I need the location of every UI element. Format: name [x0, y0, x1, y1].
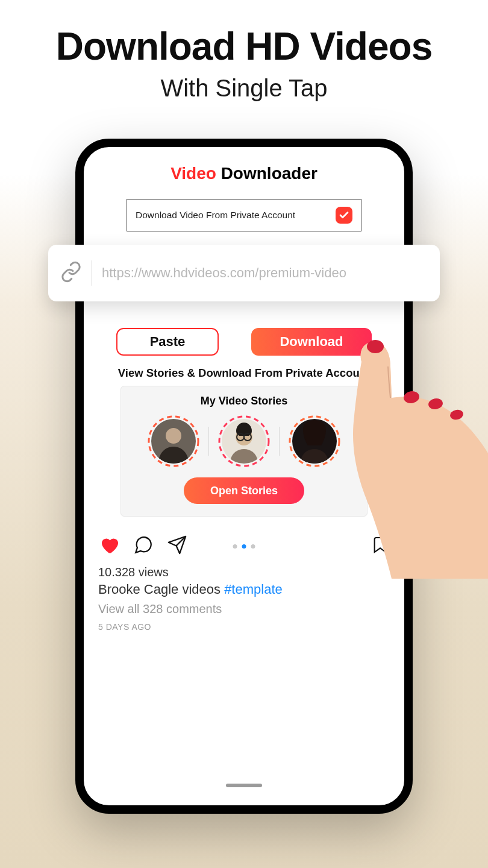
post-comments-link[interactable]: View all 328 comments	[98, 602, 390, 616]
avatar-separator	[208, 427, 209, 456]
avatar-separator	[279, 427, 280, 456]
post-views: 10.328 views	[98, 565, 390, 579]
heart-icon[interactable]	[98, 534, 120, 558]
stories-title: My Video Stories	[132, 395, 356, 407]
home-indicator[interactable]	[226, 784, 262, 787]
phone-mockup: Video Downloader Download Video From Pri…	[75, 139, 413, 814]
hero-title: Download HD Videos	[0, 24, 488, 69]
private-account-label: Download Video From Private Account	[136, 210, 295, 221]
input-divider	[92, 260, 92, 286]
svg-point-2	[166, 428, 181, 444]
share-icon[interactable]	[167, 535, 187, 558]
comment-icon[interactable]	[133, 535, 154, 558]
bookmark-icon[interactable]	[371, 547, 390, 558]
private-account-toggle-row[interactable]: Download Video From Private Account	[127, 199, 361, 231]
carousel-dots	[233, 544, 255, 549]
caption-text: Brooke Cagle videos	[98, 582, 224, 597]
post-age: 5 DAYS AGO	[98, 622, 390, 632]
url-input-card[interactable]: https://www.hdvideos.com/premium-video	[48, 245, 440, 301]
app-title-black: Downloader	[216, 164, 318, 183]
story-avatar-3[interactable]	[288, 415, 341, 468]
checkbox-checked-icon[interactable]	[336, 207, 352, 224]
stories-card: My Video Stories	[120, 386, 368, 517]
link-icon	[60, 261, 82, 285]
caption-hashtag[interactable]: #template	[224, 582, 283, 597]
app-title-red: Video	[170, 164, 216, 183]
url-input[interactable]: https://www.hdvideos.com/premium-video	[102, 265, 346, 281]
story-avatar-2[interactable]	[217, 415, 271, 468]
svg-point-14	[449, 409, 465, 421]
story-avatar-1[interactable]	[147, 415, 200, 468]
svg-point-13	[428, 397, 444, 410]
download-button[interactable]: Download	[251, 328, 372, 356]
open-stories-button[interactable]: Open Stories	[184, 477, 304, 504]
paste-button[interactable]: Paste	[116, 328, 219, 356]
post-caption: Brooke Cagle videos #template	[98, 582, 390, 597]
hero-subtitle: With Single Tap	[0, 75, 488, 102]
app-title: Video Downloader	[84, 164, 404, 183]
stories-section-label: View Stories & Download From Private Acc…	[84, 366, 404, 380]
